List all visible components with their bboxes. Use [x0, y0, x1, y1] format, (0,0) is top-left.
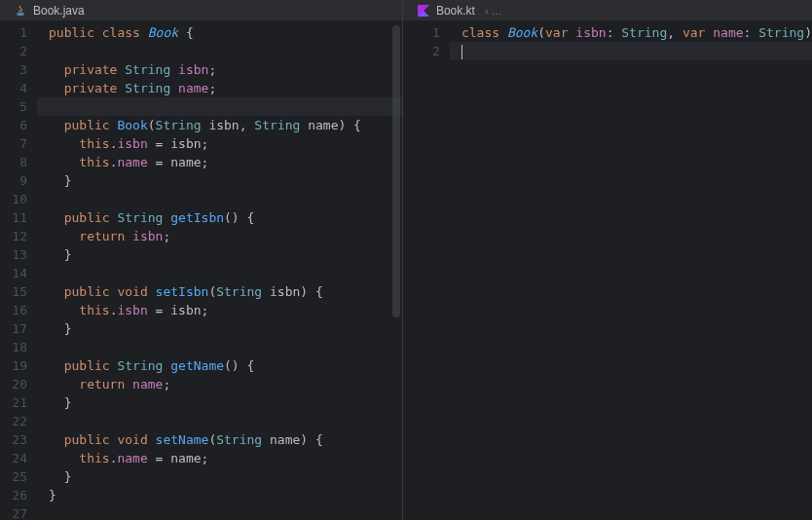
line-number: 25	[0, 467, 37, 486]
code-line[interactable]	[49, 338, 402, 356]
gutter-right: 12	[403, 21, 450, 520]
line-number: 10	[0, 190, 37, 208]
code-line[interactable]: this.name = name;	[49, 153, 402, 171]
line-number: 11	[0, 208, 37, 227]
line-number: 17	[0, 319, 37, 338]
tab-label: Book.java	[33, 4, 85, 18]
line-number: 1	[0, 23, 37, 42]
line-number: 15	[0, 282, 37, 301]
code-line[interactable]	[37, 97, 402, 116]
kotlin-file-icon	[417, 4, 430, 18]
right-pane: Book.kt › … 12 class Book(var isbn: Stri…	[403, 0, 812, 520]
code-area-right[interactable]: class Book(var isbn: String, var name: S…	[450, 21, 812, 520]
code-line[interactable]	[49, 504, 402, 520]
code-line[interactable]: public class Book {	[49, 23, 402, 42]
line-number: 5	[0, 97, 37, 116]
gutter-left: 1234567891011121314151617181920212223242…	[0, 21, 37, 520]
line-number: 8	[0, 153, 37, 171]
tab-label: Book.kt	[436, 4, 475, 18]
code-line[interactable]	[49, 264, 402, 282]
code-line[interactable]	[49, 190, 402, 208]
tab-book-kt[interactable]: Book.kt › …	[409, 2, 510, 19]
code-line[interactable]: public void setIsbn(String isbn) {	[49, 282, 402, 301]
line-number: 12	[0, 227, 37, 245]
editor-left[interactable]: 1234567891011121314151617181920212223242…	[0, 21, 402, 520]
line-number: 13	[0, 245, 37, 264]
code-line[interactable]: }	[49, 245, 402, 264]
line-number: 20	[0, 375, 37, 393]
line-number: 27	[0, 504, 37, 520]
code-line[interactable]: }	[49, 319, 402, 338]
line-number: 19	[0, 356, 37, 375]
line-number: 4	[0, 79, 37, 97]
tab-bar-left: Book.java	[0, 0, 402, 21]
line-number: 18	[0, 338, 37, 356]
line-number: 7	[0, 134, 37, 153]
code-line[interactable]: this.isbn = isbn;	[49, 134, 402, 153]
code-line[interactable]	[49, 412, 402, 430]
code-line[interactable]: public String getName() {	[49, 356, 402, 375]
code-line[interactable]: return isbn;	[49, 227, 402, 245]
tab-bar-right: Book.kt › …	[403, 0, 812, 21]
breadcrumb[interactable]: › …	[485, 5, 502, 17]
code-line[interactable]: }	[49, 393, 402, 412]
line-number: 9	[0, 171, 37, 190]
editor-right[interactable]: 12 class Book(var isbn: String, var name…	[403, 21, 812, 520]
code-line[interactable]: public String getIsbn() {	[49, 208, 402, 227]
line-number: 14	[0, 264, 37, 282]
code-line[interactable]: }	[49, 486, 402, 504]
line-number: 3	[0, 60, 37, 79]
code-line[interactable]: this.isbn = isbn;	[49, 301, 402, 319]
line-number: 23	[0, 430, 37, 449]
left-pane: Book.java 123456789101112131415161718192…	[0, 0, 403, 520]
code-line[interactable]	[49, 42, 402, 60]
code-area-left[interactable]: public class Book { private String isbn;…	[37, 21, 402, 520]
code-line[interactable]	[450, 42, 812, 60]
code-line[interactable]: }	[49, 467, 402, 486]
line-number: 24	[0, 449, 37, 467]
code-line[interactable]: public Book(String isbn, String name) {	[49, 116, 402, 134]
code-line[interactable]: public void setName(String name) {	[49, 430, 402, 449]
code-line[interactable]: }	[49, 171, 402, 190]
code-line[interactable]: private String isbn;	[49, 60, 402, 79]
scrollbar-thumb[interactable]	[392, 25, 400, 317]
line-number: 21	[0, 393, 37, 412]
line-number: 16	[0, 301, 37, 319]
tab-book-java[interactable]: Book.java	[6, 2, 92, 19]
line-number: 6	[0, 116, 37, 134]
code-line[interactable]: this.name = name;	[49, 449, 402, 467]
line-number: 22	[0, 412, 37, 430]
code-line[interactable]: return name;	[49, 375, 402, 393]
line-number: 2	[0, 42, 37, 60]
java-file-icon	[14, 4, 27, 18]
code-line[interactable]: private String name;	[49, 79, 402, 97]
scrollbar-left[interactable]	[390, 21, 402, 520]
code-line[interactable]: class Book(var isbn: String, var name: S…	[461, 23, 812, 42]
line-number: 2	[403, 42, 450, 60]
line-number: 26	[0, 486, 37, 504]
line-number: 1	[403, 23, 450, 42]
